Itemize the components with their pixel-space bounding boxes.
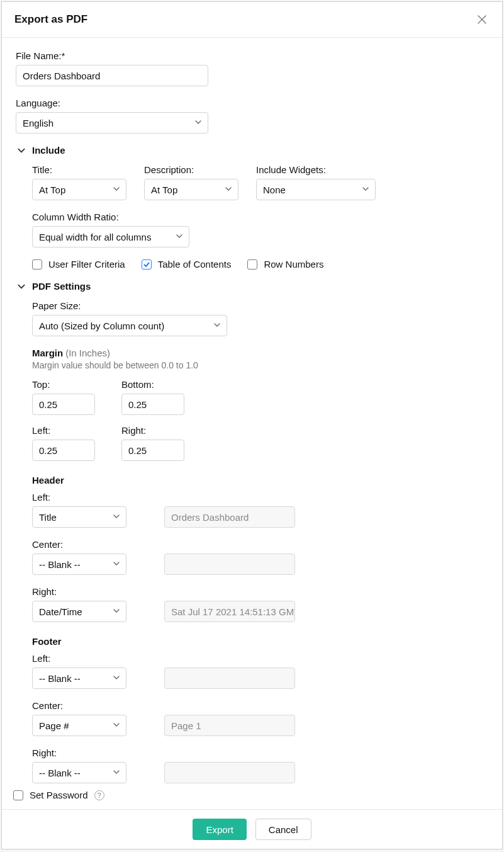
close-icon[interactable] <box>474 12 490 27</box>
chevron-down-icon <box>16 282 27 291</box>
footer-left-select[interactable]: -- Blank -- <box>32 667 126 689</box>
dialog-title: Export as PDF <box>14 13 87 26</box>
set-password-label: Set Password <box>30 790 88 800</box>
include-widgets-label: Include Widgets: <box>256 164 376 175</box>
include-section-header[interactable]: Include <box>16 145 488 156</box>
dialog-body: File Name:* Language: English Include Ti… <box>2 38 502 809</box>
pdf-settings-section-title: PDF Settings <box>32 281 91 292</box>
include-section-title: Include <box>32 145 65 156</box>
table-of-contents-checkbox[interactable] <box>142 259 152 270</box>
margin-heading: Margin <box>32 348 63 358</box>
margin-bottom-label: Bottom: <box>121 379 184 390</box>
include-widgets-select[interactable]: None <box>256 179 376 200</box>
row-numbers-label: Row Numbers <box>264 259 323 270</box>
header-left-value: Orders Dashboard <box>164 506 295 528</box>
header-center-value <box>164 554 295 575</box>
cancel-button[interactable]: Cancel <box>255 819 311 840</box>
footer-heading: Footer <box>32 636 488 647</box>
user-filter-criteria-checkbox[interactable] <box>32 259 42 270</box>
row-numbers-checkbox[interactable] <box>247 259 257 270</box>
user-filter-criteria-label: User Filter Criteria <box>48 259 125 270</box>
file-name-input[interactable] <box>16 65 208 86</box>
export-pdf-dialog: Export as PDF File Name:* Language: Engl… <box>1 1 503 849</box>
footer-center-label: Center: <box>32 700 126 711</box>
margin-right-label: Right: <box>121 425 184 436</box>
footer-right-label: Right: <box>32 747 126 758</box>
language-label: Language: <box>16 98 488 108</box>
set-password-checkbox[interactable] <box>13 790 23 800</box>
column-width-select[interactable]: Equal width for all columns <box>32 226 189 247</box>
export-button[interactable]: Export <box>193 819 246 840</box>
margin-unit-label: (In Inches) <box>65 348 110 358</box>
language-select[interactable]: English <box>16 112 208 133</box>
header-center-label: Center: <box>32 539 126 550</box>
dialog-footer: Export Cancel <box>2 809 502 849</box>
column-width-label: Column Width Ratio: <box>32 212 488 222</box>
dialog-header: Export as PDF <box>2 2 502 38</box>
margin-left-input[interactable] <box>32 440 95 461</box>
margin-top-input[interactable] <box>32 394 95 415</box>
file-name-label: File Name:* <box>16 50 488 61</box>
margin-right-input[interactable] <box>121 440 184 461</box>
title-position-select[interactable]: At Top <box>32 179 126 200</box>
footer-left-label: Left: <box>32 653 126 664</box>
header-left-label: Left: <box>32 492 126 503</box>
header-center-select[interactable]: -- Blank -- <box>32 554 126 575</box>
footer-center-select[interactable]: Page # <box>32 715 126 736</box>
table-of-contents-label: Table of Contents <box>158 259 232 270</box>
header-right-label: Right: <box>32 586 126 597</box>
pdf-settings-section-header[interactable]: PDF Settings <box>16 281 488 292</box>
title-label: Title: <box>32 164 126 175</box>
footer-right-value <box>164 762 295 783</box>
margin-hint: Margin value should be between 0.0 to 1.… <box>32 360 488 370</box>
header-heading: Header <box>32 475 488 486</box>
footer-right-select[interactable]: -- Blank -- <box>32 762 126 783</box>
paper-size-label: Paper Size: <box>32 300 488 311</box>
footer-left-value <box>164 667 295 689</box>
margin-top-label: Top: <box>32 379 95 390</box>
margin-bottom-input[interactable] <box>121 394 184 415</box>
header-right-select[interactable]: Date/Time <box>32 601 126 622</box>
header-left-select[interactable]: Title <box>32 506 126 528</box>
paper-size-select[interactable]: Auto (Sized by Column count) <box>32 315 227 336</box>
footer-center-value: Page 1 <box>164 715 295 736</box>
help-icon[interactable]: ? <box>94 790 104 800</box>
margin-left-label: Left: <box>32 425 95 436</box>
chevron-down-icon <box>16 146 27 155</box>
header-right-value: Sat Jul 17 2021 14:51:13 GMT+0 <box>164 601 295 622</box>
description-label: Description: <box>144 164 238 175</box>
description-position-select[interactable]: At Top <box>144 179 238 200</box>
